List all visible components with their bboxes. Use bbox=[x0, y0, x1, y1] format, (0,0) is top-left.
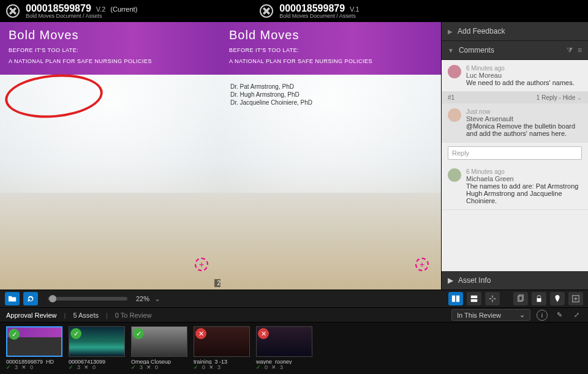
comments-body: 6 Minutes ago Luc Moreau We need to add … bbox=[442, 60, 588, 271]
preview-v2[interactable]: Bold Moves BEFORE IT'S TOO LATE: A NATIO… bbox=[0, 22, 221, 290]
review-bar: Approval Review | 5 Assets | 0 To Review… bbox=[0, 308, 588, 323]
svg-rect-6 bbox=[537, 298, 541, 302]
review-scope-select[interactable]: In This Review ⌄ bbox=[451, 309, 530, 321]
comments-label: Comments bbox=[459, 46, 562, 54]
status-badge: ✕ bbox=[258, 328, 269, 339]
asset-id-v2: 000018599879 bbox=[26, 4, 91, 13]
fullscreen-button[interactable]: ⤢ bbox=[571, 310, 582, 321]
zoom-value: 22% bbox=[136, 295, 149, 302]
poster-header-v1: Bold Moves BEFORE IT'S TOO LATE: A NATIO… bbox=[221, 22, 441, 75]
lock-button[interactable] bbox=[532, 292, 546, 305]
comment-item[interactable]: 6 Minutes ago Michaela Green The names t… bbox=[442, 163, 588, 210]
chevron-down-icon: ⌄ bbox=[519, 311, 525, 319]
asset-id-v1: 000018599879 bbox=[279, 4, 345, 13]
zoom-slider[interactable] bbox=[48, 297, 127, 301]
thumbnail[interactable]: ✓000067413099✓3✕0 bbox=[69, 326, 125, 370]
thumbnail[interactable]: ✓000018599879_HD✓3✕0 bbox=[6, 326, 62, 370]
add-feedback-label: Add Feedback bbox=[458, 27, 505, 36]
avatar bbox=[448, 168, 461, 182]
thumbnail-stats: ✓3✕0 bbox=[69, 364, 125, 370]
view-stack-button[interactable] bbox=[467, 292, 481, 305]
close-v2-button[interactable] bbox=[6, 4, 20, 18]
status-badge: ✕ bbox=[195, 328, 206, 339]
zoom-dropdown-icon[interactable]: ⌄ bbox=[154, 294, 160, 303]
chevron-down-icon: ▼ bbox=[448, 47, 454, 54]
thumbnail[interactable]: ✓Omega Closeup✓3✕0 bbox=[131, 326, 187, 370]
version-v1: V.1 bbox=[350, 6, 360, 13]
folder-button[interactable] bbox=[5, 292, 20, 305]
svg-rect-2 bbox=[471, 296, 478, 298]
title-block-v1: 000018599879 V.1 Bold Moves Document / A… bbox=[279, 4, 359, 19]
thumbnail[interactable]: ✕wayne_rooney✓0✕3 bbox=[256, 326, 312, 370]
edit-button[interactable]: ✎ bbox=[554, 310, 565, 321]
asset-info-header[interactable]: ▶ Asset Info bbox=[442, 271, 588, 290]
title-block-v2: 000018599879 V.2 (Current) Bold Moves Do… bbox=[26, 4, 137, 19]
thumbnail-stats: ✓0✕3 bbox=[194, 364, 250, 370]
top-bar: 000018599879 V.2 (Current) Bold Moves Do… bbox=[0, 0, 588, 22]
preview-v1[interactable]: Bold Moves BEFORE IT'S TOO LATE: A NATIO… bbox=[221, 22, 441, 290]
close-v1-button[interactable] bbox=[260, 4, 273, 18]
review-title: Approval Review bbox=[6, 312, 57, 319]
check-icon: ✓ bbox=[131, 364, 136, 370]
svg-rect-0 bbox=[452, 296, 455, 302]
location-button[interactable] bbox=[550, 292, 565, 305]
thumbnail-name: training_3 -13 bbox=[194, 359, 250, 365]
thumbnail-image[interactable]: ✓ bbox=[69, 326, 125, 357]
thumbnail[interactable]: ✕training_3 -13✓0✕3 bbox=[194, 326, 250, 370]
status-badge: ✓ bbox=[133, 328, 144, 339]
add-marker-icon[interactable]: + bbox=[195, 258, 208, 271]
viewer-toolbar: 22% ⌄ bbox=[0, 290, 588, 308]
thumbnail-image[interactable]: ✓ bbox=[131, 326, 187, 357]
svg-rect-3 bbox=[471, 299, 478, 302]
chevron-right-icon: ▶ bbox=[448, 276, 453, 285]
compare-sync-button[interactable] bbox=[485, 292, 500, 305]
version-v2: V.2 bbox=[96, 6, 106, 13]
x-icon: ✕ bbox=[209, 364, 214, 370]
compare-viewer: Bold Moves BEFORE IT'S TOO LATE: A NATIO… bbox=[0, 22, 441, 290]
thumbnail-image[interactable]: ✓ bbox=[6, 326, 62, 357]
refresh-button[interactable] bbox=[23, 292, 38, 305]
avatar bbox=[448, 108, 461, 122]
check-icon: ✓ bbox=[69, 364, 74, 370]
poster-sub1: BEFORE IT'S TOO LATE: bbox=[9, 47, 212, 53]
page-number: 2 bbox=[214, 279, 221, 287]
poster-title: Bold Moves bbox=[9, 28, 212, 42]
thumbnail-image[interactable]: ✕ bbox=[194, 326, 250, 357]
comments-header[interactable]: ▼ Comments ⧩ ≡ bbox=[442, 41, 588, 60]
thread-header[interactable]: #1 1 Reply - Hide ⌄ bbox=[442, 92, 588, 103]
thumbnail-name: wayne_rooney bbox=[256, 359, 312, 365]
poster-sub2: A NATIONAL PLAN FOR SAFE NURSING POLICIE… bbox=[9, 58, 212, 64]
thumbnail-name: 000018599879_HD bbox=[6, 359, 62, 364]
thumbnail-stats: ✓3✕0 bbox=[131, 364, 187, 370]
thumbnail-stats: ✓3✕0 bbox=[6, 364, 62, 370]
asset-info-label: Asset Info bbox=[458, 276, 491, 285]
thumbnail-name: Omega Closeup bbox=[131, 359, 187, 365]
status-badge: ✓ bbox=[9, 329, 20, 340]
thumbnail-stats: ✓0✕3 bbox=[256, 364, 312, 370]
x-icon: ✕ bbox=[271, 364, 276, 370]
thumbnail-image[interactable]: ✕ bbox=[256, 326, 312, 357]
copy-button[interactable] bbox=[513, 292, 528, 305]
filter-icon[interactable]: ⧩ bbox=[567, 46, 573, 54]
chevron-right-icon: ▶ bbox=[448, 28, 453, 35]
filmstrip: ✓000018599879_HD✓3✕0✓000067413099✓3✕0✓Om… bbox=[0, 323, 588, 374]
breadcrumb-v1: Bold Moves Document / Assets bbox=[279, 13, 359, 19]
check-icon: ✓ bbox=[6, 364, 11, 370]
info-button[interactable]: i bbox=[537, 310, 548, 321]
status-badge: ✓ bbox=[70, 328, 81, 339]
thread-replies[interactable]: 1 Reply - Hide bbox=[537, 94, 575, 101]
comment-item[interactable]: 6 Minutes ago Luc Moreau We need to add … bbox=[442, 60, 588, 92]
reply-input[interactable]: Reply bbox=[448, 146, 582, 160]
poster-header: Bold Moves BEFORE IT'S TOO LATE: A NATIO… bbox=[0, 22, 221, 75]
comment-reply[interactable]: Just now Steve Arsenault @Monica Remove … bbox=[442, 103, 588, 143]
thumbnail-name: 000067413099 bbox=[69, 359, 125, 365]
add-feedback-header[interactable]: ▶ Add Feedback bbox=[442, 22, 588, 41]
check-icon: ✓ bbox=[256, 364, 261, 370]
view-split-button[interactable] bbox=[448, 292, 463, 305]
add-marker-icon-v1[interactable]: + bbox=[415, 258, 429, 271]
chevron-down-icon: ⌄ bbox=[577, 94, 582, 101]
menu-icon[interactable]: ≡ bbox=[578, 46, 582, 54]
breadcrumb-v2: Bold Moves Document / Assets bbox=[26, 13, 137, 19]
export-button[interactable] bbox=[568, 292, 583, 305]
avatar bbox=[448, 65, 461, 78]
